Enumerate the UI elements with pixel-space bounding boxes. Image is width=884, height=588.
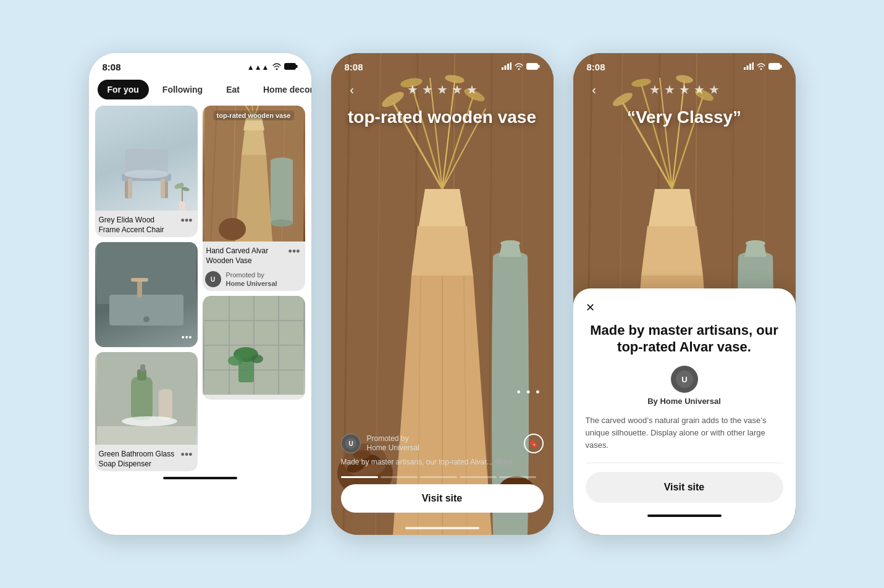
description-2: Made by master artisans, our top-rated A… [331, 453, 554, 474]
svg-rect-86 [538, 65, 540, 68]
svg-point-41 [219, 218, 246, 240]
pin-title-2: top-rated wooden vase [331, 101, 554, 128]
back-button-2[interactable]: ‹ [341, 78, 363, 101]
modal-title: Made by master artisans, our top-rated A… [586, 322, 783, 356]
svg-point-51 [228, 356, 243, 366]
svg-rect-6 [128, 178, 132, 198]
star-3-3: ★ [679, 82, 690, 97]
signal-icon-2 [502, 62, 511, 72]
status-icons-1: ▲▲▲ [247, 63, 298, 72]
status-bar-3: 8:08 [573, 53, 796, 76]
svg-rect-23 [140, 364, 145, 372]
pin-vase-promoted: U Promoted byHome Universal [203, 268, 305, 291]
phone-2: 8:08 ‹ ★ ★ [331, 53, 554, 535]
detail-header-3: ‹ ★ ★ ★ ★ ★ [573, 76, 796, 101]
pin-soap-image [95, 352, 198, 445]
tab-for-you[interactable]: For you [98, 80, 149, 99]
pin-chair[interactable]: Grey Elida Wood Frame Accent Chair ••• [95, 106, 198, 237]
home-bar-3 [586, 509, 783, 523]
svg-rect-17 [131, 278, 148, 282]
svg-rect-24 [159, 389, 172, 420]
status-time-3: 8:08 [587, 62, 605, 72]
phone-3: 8:08 ‹ ★ ★ [573, 53, 796, 535]
star-2: ★ [422, 82, 433, 97]
status-time-1: 8:08 [103, 62, 121, 72]
pin-tiles[interactable] [203, 296, 305, 400]
pin-vase-image: top-rated wooden vase [203, 106, 305, 242]
pin-sink-image: ••• [95, 242, 198, 347]
status-icons-3 [744, 62, 782, 72]
svg-point-18 [143, 316, 149, 322]
pin-vase-info: Hand Carved Alvar Wooden Vase ••• [203, 242, 305, 268]
star-3-1: ★ [649, 82, 660, 97]
signal-icon: ▲▲▲ [247, 63, 269, 72]
svg-point-8 [124, 170, 169, 178]
pin-title-3: “Very Classy” [573, 101, 796, 128]
bookmark-button[interactable]: 🔖 [524, 434, 544, 453]
home-bar-2 [331, 521, 554, 535]
phone2-bottom: U Promoted by Home Universal 🔖 Made by m… [331, 426, 554, 535]
pin-vase[interactable]: 3 [203, 106, 305, 291]
pin-chair-image [95, 106, 198, 211]
progress-seg-1 [341, 476, 378, 478]
svg-rect-21 [131, 377, 153, 420]
svg-point-40 [271, 219, 293, 227]
nav-tabs: For you Following Eat Home decor [89, 76, 311, 106]
three-dots-2[interactable]: • • • [517, 386, 541, 399]
tab-following[interactable]: Following [153, 80, 213, 99]
progress-seg-3 [420, 476, 457, 478]
tab-eat[interactable]: Eat [216, 80, 250, 99]
svg-rect-81 [502, 67, 503, 70]
svg-point-52 [251, 355, 263, 363]
pin-tiles-more[interactable] [203, 395, 305, 400]
masonry-col-2: 3 [203, 106, 305, 471]
pin-vase-label: Hand Carved Alvar Wooden Vase [205, 244, 286, 267]
star-3-2: ★ [664, 82, 675, 97]
more-link[interactable]: More [495, 458, 513, 466]
battery-icon-2 [526, 63, 540, 72]
phone-1: 8:08 ▲▲▲ For you Following [89, 53, 311, 535]
modal-brand-avatar: U [671, 366, 698, 393]
svg-rect-85 [526, 63, 537, 69]
svg-rect-111 [768, 63, 780, 69]
status-time-2: 8:08 [345, 62, 363, 72]
home-bar-line-3 [647, 514, 722, 517]
star-3: ★ [437, 82, 448, 97]
pin-soap-more[interactable]: ••• [179, 447, 195, 463]
pin-sink[interactable]: ••• [95, 242, 198, 347]
visit-site-button-2[interactable]: Visit site [341, 484, 544, 513]
pin-tiles-image [203, 296, 305, 395]
status-icons-2 [502, 62, 540, 72]
pin-soap[interactable]: Green Bathroom Glass Soap Dispenser ••• [95, 352, 198, 471]
svg-point-74 [500, 240, 520, 246]
star-1: ★ [407, 82, 418, 97]
wifi-icon-2 [515, 63, 523, 72]
promoted-text-detail: Promoted by Home Universal [367, 434, 518, 453]
star-3-5: ★ [709, 82, 720, 97]
stars-row-3: ★ ★ ★ ★ ★ [605, 82, 764, 97]
modal-brand-row: U By Home Universal [586, 366, 783, 406]
tab-home-decor[interactable]: Home decor [253, 80, 311, 99]
status-bar-1: 8:08 ▲▲▲ [89, 53, 311, 76]
svg-rect-9 [179, 201, 185, 211]
progress-seg-5 [499, 476, 536, 478]
progress-bar-2 [331, 474, 554, 478]
pin-vase-more[interactable]: ••• [286, 244, 303, 259]
star-5: ★ [466, 82, 478, 97]
back-button-3[interactable]: ‹ [583, 78, 605, 101]
pin-chair-more[interactable]: ••• [179, 213, 195, 229]
pin-chair-label: Grey Elida Wood Frame Accent Chair [98, 213, 179, 236]
svg-rect-110 [752, 62, 754, 70]
promoted-row-detail: U Promoted by Home Universal 🔖 [331, 426, 554, 453]
visit-site-button-3[interactable]: Visit site [586, 472, 783, 503]
svg-rect-0 [284, 63, 295, 69]
svg-rect-82 [504, 65, 506, 70]
modal-brand-label: By Home Universal [647, 397, 721, 406]
promoted-text-1: Promoted byHome Universal [226, 271, 277, 288]
progress-seg-4 [460, 476, 497, 478]
home-bar-1 [89, 471, 311, 485]
pin-chair-info: Grey Elida Wood Frame Accent Chair ••• [95, 211, 198, 237]
svg-rect-107 [744, 67, 746, 70]
modal-close-button[interactable]: ✕ [586, 301, 595, 314]
svg-rect-16 [137, 279, 142, 298]
